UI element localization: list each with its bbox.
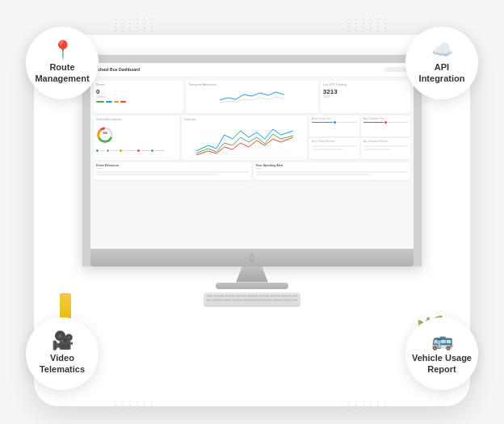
imac-monitor: School Bus Dashboard Drivers 0 ( Online … (82, 55, 422, 366)
monitor-chin:  (90, 249, 414, 267)
svg-text:Total: Total (103, 135, 107, 136)
keyboard (204, 292, 300, 307)
drivers-sub: ( Online ) (96, 95, 181, 99)
trips-chart-widget: Total trips (182, 115, 308, 160)
attendance-chart-svg (188, 88, 316, 104)
drivers-widget: Drivers 0 ( Online ) (94, 81, 183, 113)
stats-label: School Bus statistics (96, 118, 177, 121)
svg-text:150: 150 (103, 132, 107, 135)
vehicle-usage-circle: 🚌 Vehicle UsageReport (405, 317, 478, 390)
trips-chart-svg (184, 123, 305, 158)
route-icon: 📍 (52, 41, 74, 59)
attendance-label: Transporte Attendance (188, 83, 316, 86)
over-speeding-widget: Over-Speeding Alert Weekly (254, 162, 411, 180)
drivers-label: Drivers (96, 83, 181, 86)
monitor-screen: School Bus Dashboard Drivers 0 ( Online … (90, 63, 414, 249)
api-icon: ☁️ (431, 41, 453, 59)
charts-row: School Bus statistics 150 Total (94, 115, 410, 160)
avg-pickup-time-widget: Avg. Pickup Time (309, 115, 359, 136)
dashboard-header: School Bus Dashboard (90, 63, 414, 78)
attendance-widget: Transporte Attendance (186, 81, 318, 113)
vehicle-icon: 🚌 (431, 332, 453, 350)
avg-pickup-distance-widget: Avg. Pickup Distance (309, 138, 359, 159)
dashboard-body: Drivers 0 ( Online ) (90, 78, 414, 183)
dashboard-title: School Bus Dashboard (95, 67, 380, 72)
route-label: RouteManagement (35, 62, 89, 83)
monitor-stand (236, 267, 268, 283)
gps-label: Live GPS Tracking (323, 83, 408, 86)
avg-dispatch-time-widget: Avg. Dispatch Time (361, 115, 410, 136)
dots-bottom-left (115, 401, 156, 410)
video-icon: 🎥 (52, 332, 74, 350)
bus-stats-widget: School Bus statistics 150 Total (94, 115, 179, 160)
monitor-outer: School Bus Dashboard Drivers 0 ( Online … (82, 55, 422, 267)
api-integration-circle: ☁️ APIIntegration (405, 27, 478, 99)
avg-dispatch-distance-widget: Avg. Dispatch Distance (361, 138, 410, 159)
scene: 🌿 School Bus Dashboard (18, 10, 486, 414)
apple-logo:  (250, 251, 254, 264)
route-management-circle: 📍 RouteManagement (26, 27, 99, 99)
dots-bottom-right (348, 401, 389, 410)
dots-top-right (348, 19, 389, 32)
vehicle-label: Vehicle UsageReport (412, 353, 472, 374)
bottom-row: Driver Behaviour Weekly Over-Speeding Al… (94, 162, 410, 180)
gps-widget: Live GPS Tracking 3213 1 hour (321, 81, 410, 113)
right-widgets: Avg. Pickup Time Avg. Dispatch (309, 115, 410, 160)
api-label: APIIntegration (419, 62, 465, 83)
donut-chart: 150 Total (96, 126, 114, 144)
driver-behaviour-widget: Driver Behaviour Weekly (94, 162, 251, 180)
video-telematics-circle: 🎥 VideoTelematics (26, 317, 99, 390)
gps-sub: 1 hour (323, 95, 408, 99)
stats-row: Drivers 0 ( Online ) (94, 81, 410, 113)
dots-top-left (115, 19, 156, 32)
dashboard-ui: School Bus Dashboard Drivers 0 ( Online … (90, 63, 414, 249)
trips-label: Total trips (184, 118, 305, 121)
monitor-base (216, 283, 288, 289)
drivers-value: 0 (96, 88, 181, 95)
video-label: VideoTelematics (40, 353, 85, 374)
gps-value: 3213 (323, 88, 408, 95)
